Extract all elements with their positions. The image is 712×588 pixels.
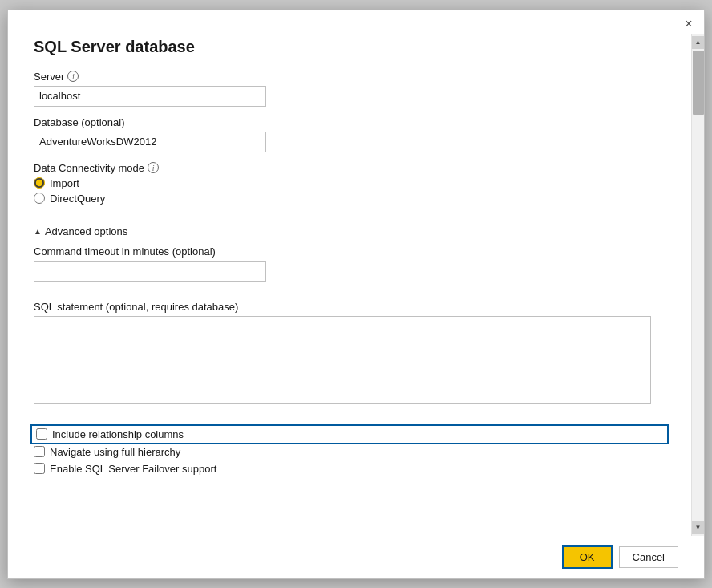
advanced-options-label: Advanced options [45, 225, 127, 237]
advanced-options-header[interactable]: ▲ Advanced options [34, 225, 665, 237]
dialog-titlebar: × [8, 10, 704, 34]
scrollbar[interactable]: ▲ ▼ [691, 34, 704, 536]
enable-failover-checkbox[interactable] [34, 463, 45, 474]
directquery-label: DirectQuery [50, 193, 105, 205]
import-radio[interactable] [34, 177, 45, 189]
navigate-hierarchy-text: Navigate using full hierarchy [50, 446, 180, 458]
connectivity-label: Data Connectivity mode i [34, 162, 665, 174]
sql-textarea[interactable] [34, 316, 651, 404]
include-relationship-checkbox[interactable] [36, 428, 47, 440]
dialog-overlay: × SQL Server database Server i Database … [0, 0, 712, 588]
dialog-content: SQL Server database Server i Database (o… [8, 34, 704, 536]
import-label: Import [50, 177, 79, 189]
sql-server-dialog: × SQL Server database Server i Database … [7, 10, 705, 579]
database-field-group: Database (optional) [34, 116, 665, 152]
directquery-radio[interactable] [34, 193, 45, 204]
cancel-button[interactable]: Cancel [619, 546, 678, 568]
checkbox-group: Include relationship columns Navigate us… [34, 428, 665, 475]
navigate-hierarchy-label[interactable]: Navigate using full hierarchy [34, 446, 665, 458]
include-relationship-label[interactable]: Include relationship columns [34, 428, 665, 441]
database-input[interactable] [34, 132, 266, 152]
server-field-group: Server i [34, 71, 665, 107]
dialog-footer: OK Cancel [8, 536, 704, 578]
scroll-track [692, 116, 704, 521]
cmd-timeout-input[interactable] [34, 261, 266, 282]
sql-label: SQL statement (optional, requires databa… [34, 301, 665, 313]
scroll-thumb[interactable] [693, 51, 704, 115]
close-button[interactable]: × [682, 17, 696, 31]
connectivity-field-group: Data Connectivity mode i Import DirectQu… [34, 162, 665, 216]
directquery-radio-label[interactable]: DirectQuery [34, 193, 665, 205]
connectivity-radio-group: Import DirectQuery [34, 177, 665, 205]
server-input[interactable] [34, 86, 266, 107]
scroll-down-button[interactable]: ▼ [692, 521, 705, 534]
navigate-hierarchy-checkbox[interactable] [34, 446, 45, 457]
database-label: Database (optional) [34, 116, 665, 128]
server-info-icon: i [67, 71, 79, 82]
enable-failover-text: Enable SQL Server Failover support [50, 463, 216, 475]
dialog-title: SQL Server database [34, 38, 665, 56]
include-relationship-text: Include relationship columns [52, 428, 184, 440]
ok-button[interactable]: OK [562, 545, 613, 569]
sql-field-group: SQL statement (optional, requires databa… [34, 291, 665, 407]
enable-failover-label[interactable]: Enable SQL Server Failover support [34, 463, 665, 475]
dialog-main: SQL Server database Server i Database (o… [8, 34, 691, 536]
cmd-timeout-label: Command timeout in minutes (optional) [34, 245, 665, 258]
import-radio-label[interactable]: Import [34, 177, 665, 189]
collapse-arrow-icon: ▲ [34, 227, 42, 236]
scroll-up-button[interactable]: ▲ [692, 36, 705, 49]
connectivity-info-icon: i [148, 162, 159, 173]
server-label: Server i [34, 71, 665, 83]
cmd-timeout-field-group: Command timeout in minutes (optional) [34, 245, 665, 282]
